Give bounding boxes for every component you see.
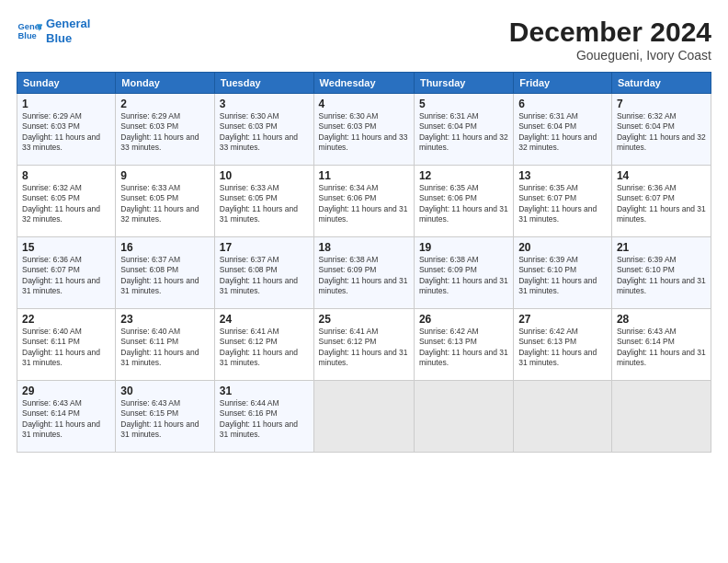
day-number: 21: [617, 241, 706, 254]
logo-text: General Blue: [46, 17, 90, 45]
col-saturday: Saturday: [611, 73, 711, 94]
day-info: Sunrise: 6:36 AM Sunset: 6:07 PM Dayligh…: [22, 255, 110, 297]
day-number: 13: [518, 169, 607, 182]
day-number: 6: [518, 98, 607, 110]
day-info: Sunrise: 6:40 AM Sunset: 6:11 PM Dayligh…: [22, 327, 110, 369]
day-info: Sunrise: 6:33 AM Sunset: 6:05 PM Dayligh…: [220, 183, 309, 225]
day-number: 16: [120, 241, 210, 254]
table-row: 1 Sunrise: 6:29 AM Sunset: 6:03 PM Dayli…: [17, 94, 116, 166]
day-info: Sunrise: 6:40 AM Sunset: 6:11 PM Dayligh…: [120, 327, 210, 369]
table-row: 30 Sunrise: 6:43 AM Sunset: 6:15 PM Dayl…: [116, 381, 215, 453]
day-number: 29: [22, 385, 110, 397]
table-row: 25 Sunrise: 6:41 AM Sunset: 6:12 PM Dayl…: [313, 309, 414, 381]
svg-text:Blue: Blue: [18, 30, 37, 40]
day-info: Sunrise: 6:41 AM Sunset: 6:12 PM Dayligh…: [220, 327, 309, 369]
day-number: 20: [518, 241, 607, 254]
day-info: Sunrise: 6:35 AM Sunset: 6:07 PM Dayligh…: [518, 183, 607, 225]
day-number: 25: [319, 313, 409, 326]
day-info: Sunrise: 6:33 AM Sunset: 6:05 PM Dayligh…: [120, 183, 210, 225]
col-tuesday: Tuesday: [214, 73, 313, 94]
day-info: Sunrise: 6:43 AM Sunset: 6:15 PM Dayligh…: [120, 398, 210, 441]
table-row: [414, 381, 513, 453]
day-number: 31: [220, 385, 309, 397]
day-number: 23: [120, 313, 210, 326]
day-number: 24: [220, 313, 309, 326]
header: General Blue General Blue December 2024 …: [17, 17, 711, 63]
table-row: 15 Sunrise: 6:36 AM Sunset: 6:07 PM Dayl…: [17, 237, 116, 309]
table-row: 29 Sunrise: 6:43 AM Sunset: 6:14 PM Dayl…: [17, 381, 116, 453]
logo-icon: General Blue: [17, 18, 42, 44]
table-row: 6 Sunrise: 6:31 AM Sunset: 6:04 PM Dayli…: [514, 94, 612, 166]
day-number: 2: [120, 98, 210, 110]
day-info: Sunrise: 6:30 AM Sunset: 6:03 PM Dayligh…: [220, 111, 309, 154]
main-title: December 2024: [509, 17, 711, 48]
table-row: 27 Sunrise: 6:42 AM Sunset: 6:13 PM Dayl…: [514, 309, 612, 381]
col-sunday: Sunday: [17, 73, 116, 94]
day-info: Sunrise: 6:42 AM Sunset: 6:13 PM Dayligh…: [518, 327, 607, 369]
day-info: Sunrise: 6:37 AM Sunset: 6:08 PM Dayligh…: [220, 255, 309, 297]
day-number: 9: [120, 169, 210, 182]
table-row: 22 Sunrise: 6:40 AM Sunset: 6:11 PM Dayl…: [17, 309, 116, 381]
table-row: 19 Sunrise: 6:38 AM Sunset: 6:09 PM Dayl…: [414, 237, 513, 309]
table-row: 14 Sunrise: 6:36 AM Sunset: 6:07 PM Dayl…: [611, 166, 711, 237]
col-monday: Monday: [116, 73, 215, 94]
calendar-week-row: 8 Sunrise: 6:32 AM Sunset: 6:05 PM Dayli…: [17, 166, 711, 237]
table-row: 28 Sunrise: 6:43 AM Sunset: 6:14 PM Dayl…: [611, 309, 711, 381]
day-info: Sunrise: 6:44 AM Sunset: 6:16 PM Dayligh…: [220, 398, 309, 441]
day-number: 19: [419, 241, 508, 254]
logo-line1: General: [46, 17, 90, 30]
table-row: 12 Sunrise: 6:35 AM Sunset: 6:06 PM Dayl…: [414, 166, 513, 237]
day-number: 28: [617, 313, 706, 326]
day-number: 10: [220, 169, 309, 182]
day-info: Sunrise: 6:38 AM Sunset: 6:09 PM Dayligh…: [319, 255, 409, 297]
day-number: 7: [617, 98, 706, 110]
day-info: Sunrise: 6:31 AM Sunset: 6:04 PM Dayligh…: [419, 111, 508, 154]
subtitle: Gouegueni, Ivory Coast: [509, 48, 711, 63]
day-info: Sunrise: 6:43 AM Sunset: 6:14 PM Dayligh…: [22, 398, 110, 441]
calendar-week-row: 29 Sunrise: 6:43 AM Sunset: 6:14 PM Dayl…: [17, 381, 711, 453]
page: General Blue General Blue December 2024 …: [0, 0, 728, 563]
day-info: Sunrise: 6:32 AM Sunset: 6:04 PM Dayligh…: [617, 111, 706, 154]
table-row: 11 Sunrise: 6:34 AM Sunset: 6:06 PM Dayl…: [313, 166, 414, 237]
table-row: 7 Sunrise: 6:32 AM Sunset: 6:04 PM Dayli…: [611, 94, 711, 166]
day-info: Sunrise: 6:39 AM Sunset: 6:10 PM Dayligh…: [617, 255, 706, 297]
table-row: 4 Sunrise: 6:30 AM Sunset: 6:03 PM Dayli…: [313, 94, 414, 166]
table-row: 26 Sunrise: 6:42 AM Sunset: 6:13 PM Dayl…: [414, 309, 513, 381]
day-info: Sunrise: 6:35 AM Sunset: 6:06 PM Dayligh…: [419, 183, 508, 225]
table-row: 5 Sunrise: 6:31 AM Sunset: 6:04 PM Dayli…: [414, 94, 513, 166]
day-number: 12: [419, 169, 508, 182]
col-thursday: Thursday: [414, 73, 513, 94]
day-number: 1: [22, 98, 110, 110]
table-row: 23 Sunrise: 6:40 AM Sunset: 6:11 PM Dayl…: [116, 309, 215, 381]
calendar-week-row: 22 Sunrise: 6:40 AM Sunset: 6:11 PM Dayl…: [17, 309, 711, 381]
day-info: Sunrise: 6:41 AM Sunset: 6:12 PM Dayligh…: [319, 327, 409, 369]
day-info: Sunrise: 6:36 AM Sunset: 6:07 PM Dayligh…: [617, 183, 706, 225]
day-info: Sunrise: 6:29 AM Sunset: 6:03 PM Dayligh…: [22, 111, 110, 154]
logo: General Blue General Blue: [17, 17, 90, 45]
day-number: 4: [319, 98, 409, 110]
col-wednesday: Wednesday: [313, 73, 414, 94]
table-row: 18 Sunrise: 6:38 AM Sunset: 6:09 PM Dayl…: [313, 237, 414, 309]
table-row: 16 Sunrise: 6:37 AM Sunset: 6:08 PM Dayl…: [116, 237, 215, 309]
table-row: 8 Sunrise: 6:32 AM Sunset: 6:05 PM Dayli…: [17, 166, 116, 237]
day-info: Sunrise: 6:42 AM Sunset: 6:13 PM Dayligh…: [419, 327, 508, 369]
table-row: 2 Sunrise: 6:29 AM Sunset: 6:03 PM Dayli…: [116, 94, 215, 166]
day-info: Sunrise: 6:43 AM Sunset: 6:14 PM Dayligh…: [617, 327, 706, 369]
day-number: 30: [120, 385, 210, 397]
day-number: 8: [22, 169, 110, 182]
calendar-week-row: 15 Sunrise: 6:36 AM Sunset: 6:07 PM Dayl…: [17, 237, 711, 309]
table-row: [611, 381, 711, 453]
table-row: [313, 381, 414, 453]
day-number: 22: [22, 313, 110, 326]
day-info: Sunrise: 6:37 AM Sunset: 6:08 PM Dayligh…: [120, 255, 210, 297]
table-row: 24 Sunrise: 6:41 AM Sunset: 6:12 PM Dayl…: [214, 309, 313, 381]
day-number: 15: [22, 241, 110, 254]
col-friday: Friday: [514, 73, 612, 94]
table-row: 17 Sunrise: 6:37 AM Sunset: 6:08 PM Dayl…: [214, 237, 313, 309]
day-number: 11: [319, 169, 409, 182]
table-row: 21 Sunrise: 6:39 AM Sunset: 6:10 PM Dayl…: [611, 237, 711, 309]
logo-line2: Blue: [46, 31, 72, 45]
day-info: Sunrise: 6:32 AM Sunset: 6:05 PM Dayligh…: [22, 183, 110, 225]
day-number: 14: [617, 169, 706, 182]
day-number: 17: [220, 241, 309, 254]
